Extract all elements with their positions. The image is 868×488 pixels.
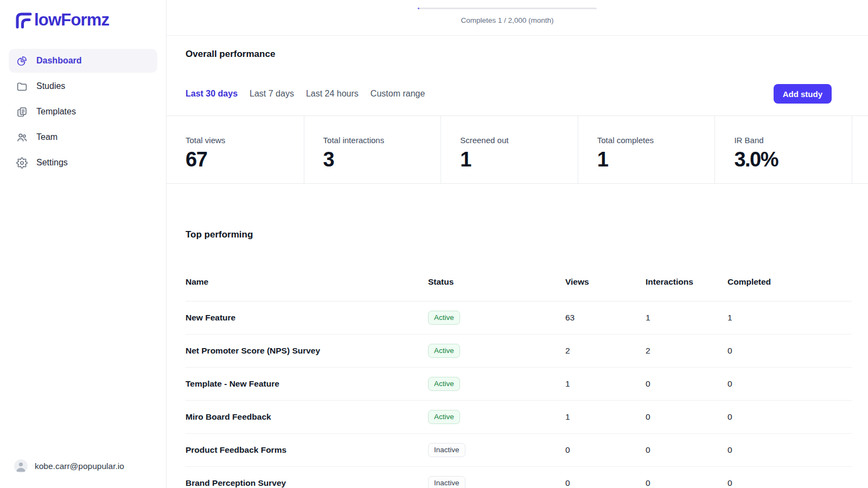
filter-last-7-days[interactable]: Last 7 days	[250, 89, 294, 99]
column-header-status: Status	[428, 277, 565, 287]
stat-total-interactions: Total interactions 3	[304, 116, 441, 183]
table-header: Name Status Views Interactions Completed	[186, 277, 852, 301]
completed-value: 0	[727, 445, 852, 455]
status-badge: Active	[428, 311, 460, 325]
date-range-filters: Last 30 days Last 7 days Last 24 hours C…	[186, 84, 849, 104]
study-name: Brand Perception Survey	[186, 478, 428, 488]
status-badge: Inactive	[428, 443, 465, 457]
topbar: Completes 1 / 2,000 (month)	[167, 0, 868, 36]
completes-quota: Completes 1 / 2,000 (month)	[418, 8, 597, 24]
top-performing-table: Name Status Views Interactions Completed…	[186, 277, 852, 488]
main-content: Completes 1 / 2,000 (month) Overall perf…	[167, 0, 868, 488]
avatar	[14, 459, 28, 473]
stat-label: Total interactions	[323, 136, 441, 145]
views-value: 2	[565, 346, 646, 356]
column-header-name: Name	[186, 277, 428, 287]
quota-label: Completes 1 / 2,000 (month)	[418, 16, 597, 24]
interactions-value: 0	[646, 478, 727, 488]
views-value: 0	[565, 445, 646, 455]
sidebar-item-templates[interactable]: Templates	[9, 100, 157, 124]
sidebar-nav: Dashboard Studies Templates Team	[9, 49, 157, 175]
brand-logo[interactable]: lowFormz	[13, 10, 166, 30]
user-account[interactable]: kobe.carr@popupular.io	[14, 459, 124, 473]
stat-value: 3	[323, 148, 441, 171]
sidebar-item-label: Studies	[36, 81, 65, 91]
brand-mark-icon	[13, 10, 34, 30]
sidebar-item-label: Templates	[36, 107, 76, 117]
stat-screened-out: Screened out 1	[441, 116, 578, 183]
sidebar-item-team[interactable]: Team	[9, 125, 157, 149]
stat-label: Total views	[186, 136, 304, 145]
stats-row: Total views 67 Total interactions 3 Scre…	[167, 115, 868, 184]
sidebar-item-label: Team	[36, 132, 58, 142]
completed-value: 1	[727, 313, 852, 323]
sidebar-item-label: Settings	[36, 158, 68, 168]
add-study-button[interactable]: Add study	[774, 84, 832, 104]
filter-last-30-days[interactable]: Last 30 days	[186, 89, 238, 99]
interactions-value: 0	[646, 379, 727, 389]
stat-total-completes: Total completes 1	[578, 116, 715, 183]
brand-wordmark: lowFormz	[34, 10, 109, 30]
views-value: 1	[565, 412, 646, 422]
interactions-value: 1	[646, 313, 727, 323]
user-email: kobe.carr@popupular.io	[35, 461, 124, 471]
sidebar: lowFormz Dashboard Studies Templates	[0, 0, 167, 488]
completed-value: 0	[727, 478, 852, 488]
column-header-views: Views	[565, 277, 646, 287]
stat-value: 67	[186, 148, 304, 171]
sidebar-item-studies[interactable]: Studies	[9, 74, 157, 98]
table-row[interactable]: New Feature Active 63 1 1	[186, 301, 852, 335]
stat-value: 3.0%	[734, 148, 852, 171]
pie-chart-icon	[16, 55, 28, 67]
quota-progress-bar	[418, 8, 597, 9]
study-name: New Feature	[186, 313, 428, 323]
stat-value: 1	[460, 148, 578, 171]
stat-value: 1	[597, 148, 715, 171]
stat-spacer	[852, 116, 868, 183]
stat-ir-band: IR Band 3.0%	[714, 116, 852, 183]
gear-icon	[16, 157, 28, 169]
interactions-value: 0	[646, 412, 727, 422]
status-badge: Inactive	[428, 476, 465, 488]
status-badge: Active	[428, 344, 460, 358]
filter-custom-range[interactable]: Custom range	[371, 89, 425, 99]
filter-last-24-hours[interactable]: Last 24 hours	[306, 89, 359, 99]
sidebar-item-dashboard[interactable]: Dashboard	[9, 49, 157, 73]
clipboard-icon	[16, 106, 28, 118]
stat-label: Total completes	[597, 136, 715, 145]
table-row[interactable]: Net Promoter Score (NPS) Survey Active 2…	[186, 335, 852, 368]
column-header-completed: Completed	[727, 277, 852, 287]
completed-value: 0	[727, 379, 852, 389]
table-row[interactable]: Product Feedback Forms Inactive 0 0 0	[186, 434, 852, 467]
views-value: 63	[565, 313, 646, 323]
status-badge: Active	[428, 410, 460, 424]
study-name: Net Promoter Score (NPS) Survey	[186, 346, 428, 356]
sidebar-item-label: Dashboard	[36, 56, 82, 66]
study-name: Product Feedback Forms	[186, 445, 428, 455]
overall-performance-title: Overall performance	[186, 49, 868, 60]
interactions-value: 0	[646, 445, 727, 455]
top-performing-title: Top performing	[186, 229, 868, 240]
folder-icon	[16, 81, 28, 92]
sidebar-item-settings[interactable]: Settings	[9, 151, 157, 175]
stat-label: IR Band	[734, 136, 852, 145]
completed-value: 0	[727, 346, 852, 356]
completed-value: 0	[727, 412, 852, 422]
views-value: 0	[565, 478, 646, 488]
quota-progress-fill	[418, 8, 419, 9]
views-value: 1	[565, 379, 646, 389]
interactions-value: 2	[646, 346, 727, 356]
column-header-interactions: Interactions	[646, 277, 727, 287]
study-name: Template - New Feature	[186, 379, 428, 389]
stat-label: Screened out	[460, 136, 578, 145]
table-row[interactable]: Miro Board Feedback Active 1 0 0	[186, 401, 852, 434]
status-badge: Active	[428, 377, 460, 391]
study-name: Miro Board Feedback	[186, 412, 428, 422]
table-row[interactable]: Template - New Feature Active 1 0 0	[186, 368, 852, 401]
users-icon	[16, 132, 28, 143]
table-row[interactable]: Brand Perception Survey Inactive 0 0 0	[186, 467, 852, 488]
stat-total-views: Total views 67	[167, 116, 304, 183]
